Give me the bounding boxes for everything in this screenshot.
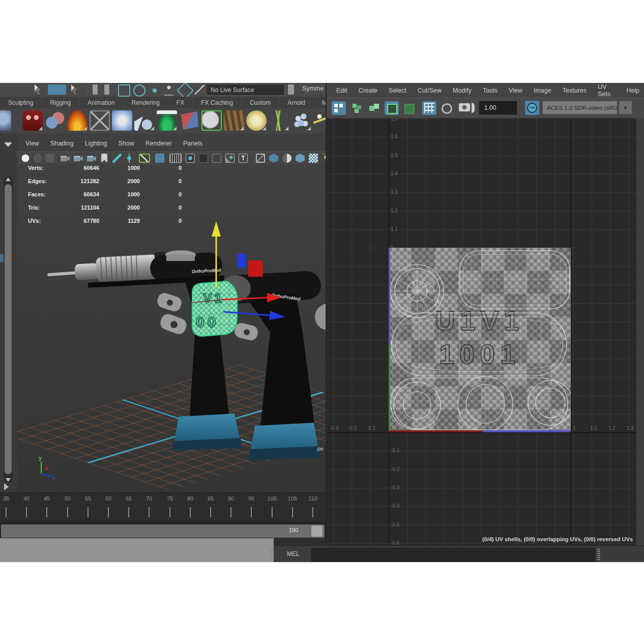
expand-arrow-icon[interactable] (4, 483, 9, 490)
viewport-scene[interactable]: OrthoProMed OrthoProMed (17, 164, 326, 492)
pixel-snap-icon[interactable] (422, 101, 436, 115)
unstack-shells-icon[interactable] (367, 101, 382, 115)
shaded-cube-icon[interactable] (269, 154, 278, 163)
uv-canvas[interactable]: 1.7 1.6 1.5 1.4 1.3 1.2 1.1 1 -0.1 -0.2 … (327, 118, 636, 545)
drag-grip[interactable] (597, 548, 600, 561)
tile-layout-icon[interactable] (332, 101, 346, 115)
scroll-up-icon[interactable] (6, 178, 11, 181)
scroll-down-icon[interactable] (6, 478, 11, 482)
camera-icon[interactable] (61, 154, 70, 163)
translate-tool-icon[interactable] (69, 84, 79, 95)
camera-lock-icon[interactable] (74, 154, 83, 163)
uv-menu-edit[interactable]: Edit (331, 87, 353, 94)
image-range-icon[interactable] (402, 101, 416, 115)
shatter-icon[interactable] (179, 110, 199, 131)
uv-menu-create[interactable]: Create (353, 87, 384, 94)
lattice-icon[interactable] (90, 110, 110, 131)
live-surface-field[interactable]: No Live Surface (206, 84, 285, 96)
command-input[interactable] (311, 548, 595, 562)
textured-cube-icon[interactable] (296, 154, 305, 163)
inputs-icon[interactable] (194, 84, 204, 95)
checker-display-icon[interactable] (309, 154, 318, 163)
uv-menu-modify[interactable]: Modify (447, 87, 477, 94)
uv-menu-textures[interactable]: Textures (557, 87, 592, 94)
camera-attrs-icon[interactable] (87, 154, 96, 163)
vp-menu-show[interactable]: Show (113, 140, 140, 151)
shelf-tab-animation[interactable]: Animation (79, 97, 123, 108)
vp-menu-panels[interactable]: Panels (178, 140, 208, 151)
shelf-tab-fx-caching[interactable]: FX Caching (193, 97, 242, 108)
uv-menu-cutsew[interactable]: Cut/Sew (412, 87, 447, 94)
vp-menu-renderer[interactable]: Renderer (140, 140, 178, 151)
symmetry-icon[interactable] (288, 84, 294, 95)
uv-shells[interactable] (389, 248, 571, 432)
select-tool-icon[interactable] (33, 84, 43, 95)
page-icon[interactable] (112, 110, 132, 131)
dim-square-icon[interactable] (45, 154, 54, 163)
drag-grip[interactable] (270, 548, 273, 561)
snap-point-icon[interactable] (149, 84, 159, 95)
range-slider[interactable]: 190 (1, 524, 325, 538)
lasso-tool-icon[interactable] (48, 84, 66, 95)
shelf-tab-fx[interactable]: FX (168, 97, 193, 108)
shelf-tab-rigging[interactable]: Rigging (42, 97, 79, 108)
spotlight-icon[interactable] (157, 110, 177, 131)
resolution-gate-icon[interactable] (186, 154, 195, 163)
wood-texture-icon[interactable] (224, 110, 244, 131)
wireframe-cube-icon[interactable] (256, 154, 265, 163)
shelf-tab-custom[interactable]: Custom (242, 97, 279, 108)
fire-icon[interactable] (67, 110, 87, 131)
particles-icon[interactable] (291, 110, 311, 131)
uv-menu-image[interactable]: Image (528, 87, 557, 94)
cone-sphere-icon[interactable] (134, 110, 155, 131)
manipulator-plane-blue[interactable] (237, 254, 246, 268)
stack-shells-icon[interactable] (350, 101, 364, 115)
uv-menu-help[interactable]: Help (621, 87, 644, 94)
vp-menu-lighting[interactable]: Lighting (79, 140, 113, 151)
shelf-tab-sculpting[interactable]: Sculpting (0, 97, 42, 108)
snap-plane-icon[interactable] (164, 84, 174, 96)
uv-menu-view[interactable]: View (503, 87, 528, 94)
spheres-icon[interactable] (45, 110, 65, 131)
command-line-mode[interactable]: MEL (287, 550, 300, 558)
move-pivot-icon[interactable] (125, 154, 134, 163)
manipulator-plane-red[interactable] (248, 260, 263, 277)
material-ball-icon[interactable] (282, 154, 291, 163)
safe-region-icon[interactable] (212, 154, 221, 163)
range-handle[interactable] (311, 525, 323, 537)
exposure-field[interactable]: 1.00 (479, 101, 517, 114)
vp-menu-view[interactable]: View (20, 140, 45, 151)
uv-menu-tools[interactable]: Tools (477, 87, 503, 94)
wire-sphere-icon[interactable] (246, 110, 267, 131)
vp-menu-shading[interactable]: Shading (45, 140, 79, 151)
moon-surface-icon-selected[interactable] (201, 110, 222, 131)
uv-menu-uvsets[interactable]: UV Sets (592, 83, 621, 98)
bookmark-icon[interactable] (101, 154, 107, 163)
gate-mask-icon[interactable] (199, 154, 208, 163)
uv-snapshot-icon[interactable] (458, 101, 476, 115)
snap-grid-icon[interactable] (118, 84, 130, 97)
render-camera-icon[interactable] (22, 110, 43, 131)
display-image-icon[interactable] (385, 101, 399, 115)
shelf-tab-arnold[interactable]: Arnold (279, 97, 314, 108)
hud-text-icon[interactable]: T (239, 154, 248, 163)
grid-toggle-icon[interactable] (155, 154, 164, 163)
film-gate-icon[interactable] (169, 154, 182, 163)
dropdown-arrow-icon[interactable]: ▼ (619, 101, 632, 114)
uv-menu-select[interactable]: Select (383, 87, 412, 94)
scroll-thumb[interactable] (5, 184, 12, 474)
pencil-edit-icon[interactable] (139, 154, 150, 163)
dim-circle-icon[interactable] (33, 154, 42, 163)
history-icon[interactable] (93, 84, 98, 95)
aces-toggle[interactable]: ON (525, 101, 539, 115)
colorspace-select[interactable]: ACES 1.0 SDR-video (sRGB) (542, 101, 618, 114)
shelf-tab-rendering[interactable]: Rendering (123, 97, 168, 108)
selected-component[interactable]: V1 00 (192, 281, 237, 336)
sphere-shelf-icon[interactable] (0, 110, 11, 131)
paint-tool-icon[interactable] (112, 154, 122, 163)
shade-uvs-icon[interactable] (440, 101, 454, 115)
v-logo-icon[interactable] (21, 154, 30, 163)
redo-icon[interactable] (104, 84, 109, 95)
rail-scrollbar[interactable] (4, 176, 13, 483)
collapse-arrow-icon[interactable] (4, 142, 12, 147)
